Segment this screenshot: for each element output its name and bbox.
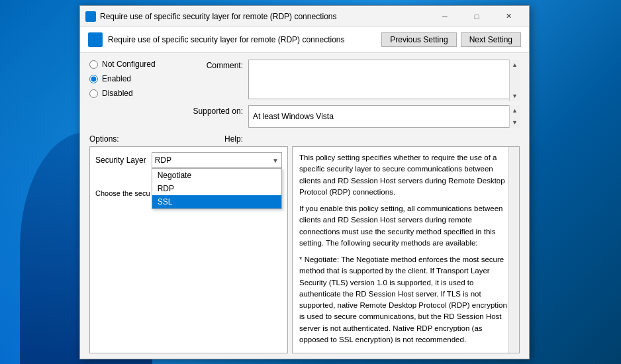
comment-label: Comment:	[183, 60, 243, 70]
right-fields: Comment: ▲ ▼ Supported on:	[183, 60, 520, 128]
dialog-content: Not Configured Enabled Disabled Comment:	[80, 53, 529, 359]
minimize-button[interactable]: ─	[430, 6, 460, 27]
comment-textarea[interactable]	[248, 60, 520, 99]
dialog-icon	[85, 11, 96, 22]
window-controls: ─ □ ✕	[430, 6, 524, 27]
maximize-button[interactable]: □	[461, 6, 492, 27]
comment-row: Comment: ▲ ▼	[183, 60, 520, 101]
help-text: This policy setting specifies whether to…	[299, 152, 512, 345]
radio-not-configured: Not Configured	[89, 60, 175, 69]
security-layer-dropdown[interactable]: RDP ▼	[152, 152, 282, 168]
scroll-up-arrow[interactable]: ▲	[510, 60, 520, 70]
header-left: Require use of specific security layer f…	[88, 32, 344, 47]
radio-disabled: Disabled	[89, 89, 175, 98]
comment-field-wrap: ▲ ▼	[248, 60, 520, 101]
supported-label: Supported on:	[183, 105, 243, 116]
radio-group: Not Configured Enabled Disabled	[89, 60, 175, 128]
help-paragraph-1: This policy setting specifies whether to…	[299, 152, 512, 198]
scroll-track	[510, 70, 520, 91]
radio-enabled: Enabled	[89, 74, 175, 83]
header-icon	[88, 32, 103, 47]
supported-value-box: At least Windows Vista	[248, 105, 520, 128]
scroll-down-arrow[interactable]: ▼	[510, 91, 520, 101]
radio-not-configured-input[interactable]	[89, 60, 98, 69]
dropdown-list: Negotiate RDP SSL	[152, 168, 282, 209]
help-scrollbar	[508, 147, 519, 353]
radio-not-configured-label: Not Configured	[102, 60, 156, 69]
supported-row: Supported on: At least Windows Vista ▲ ▼	[183, 105, 520, 128]
options-panel: Security Layer RDP ▼ Negotiate RDP SSL	[89, 146, 288, 353]
supported-scroll-down[interactable]: ▼	[510, 117, 520, 128]
previous-setting-button[interactable]: Previous Setting	[381, 32, 456, 47]
help-label: Help:	[224, 134, 520, 144]
radio-disabled-label: Disabled	[102, 89, 133, 98]
supported-scrollbar: ▲ ▼	[509, 105, 520, 128]
security-layer-label: Security Layer	[95, 156, 146, 165]
dropdown-arrow-icon: ▼	[272, 157, 279, 164]
dialog-title: Require use of specific security layer f…	[100, 12, 430, 21]
header-title: Require use of specific security layer f…	[108, 35, 344, 44]
dialog-header: Require use of specific security layer f…	[80, 27, 529, 53]
close-button[interactable]: ✕	[493, 6, 524, 27]
security-layer-dropdown-wrap: RDP ▼ Negotiate RDP SSL	[152, 152, 282, 168]
radio-enabled-input[interactable]	[89, 75, 98, 83]
next-setting-button[interactable]: Next Setting	[461, 32, 521, 47]
help-paragraph-3: * Negotiate: The Negotiate method enforc…	[299, 254, 512, 345]
security-row: Security Layer RDP ▼ Negotiate RDP SSL	[95, 152, 282, 168]
options-label: Options:	[89, 134, 222, 144]
title-bar: Require use of specific security layer f…	[80, 6, 529, 27]
dialog-window: Require use of specific security layer f…	[79, 5, 530, 359]
help-panel: This policy setting specifies whether to…	[292, 146, 520, 353]
radio-disabled-input[interactable]	[89, 89, 98, 98]
dropdown-item-negotiate[interactable]: Negotiate	[152, 169, 281, 182]
bottom-label-row: Options: Help:	[89, 134, 520, 144]
supported-value: At least Windows Vista	[253, 112, 334, 121]
header-buttons: Previous Setting Next Setting	[381, 32, 521, 47]
supported-scroll-up[interactable]: ▲	[510, 105, 520, 116]
supported-field-wrap: At least Windows Vista ▲ ▼	[248, 105, 520, 128]
top-section: Not Configured Enabled Disabled Comment:	[89, 60, 520, 128]
dropdown-selected-value: RDP	[155, 156, 171, 165]
radio-enabled-label: Enabled	[102, 74, 131, 83]
dropdown-item-rdp[interactable]: RDP	[152, 182, 281, 195]
dropdown-item-ssl[interactable]: SSL	[152, 195, 281, 208]
comment-scrollbar: ▲ ▼	[509, 60, 520, 101]
help-paragraph-2: If you enable this policy setting, all c…	[299, 203, 512, 249]
main-panels: Security Layer RDP ▼ Negotiate RDP SSL	[89, 146, 520, 353]
